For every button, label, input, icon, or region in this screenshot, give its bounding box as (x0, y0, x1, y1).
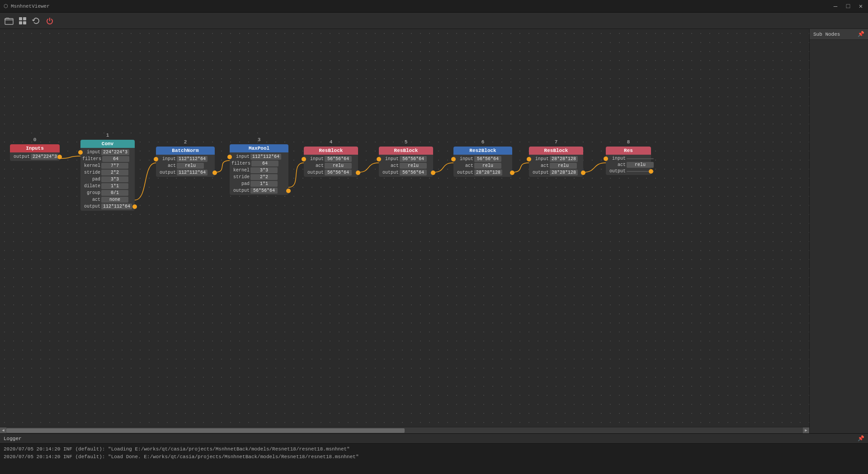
node-row-node-3-0: input112*112*64 (230, 153, 288, 160)
minimize-button[interactable]: — (832, 3, 839, 10)
scroll-right-button[interactable]: ▶ (803, 427, 809, 434)
power-icon[interactable] (44, 15, 55, 26)
node-label-node-1-kernel: kernel (82, 163, 100, 168)
node-row-node-1-7: actnone (80, 196, 135, 203)
node-label-node-0-output: output (12, 154, 30, 159)
node-row-node-1-0: input224*224*3 (80, 149, 135, 156)
node-node-4[interactable]: 4ResBlockinput56*56*64actreluoutput56*56… (304, 147, 358, 177)
sub-nodes-pin-icon[interactable]: 📌 (858, 31, 864, 38)
canvas-area: 0Inputsoutput224*224*31Convinput224*224*… (0, 29, 809, 433)
connector-in-node-3[interactable] (227, 155, 232, 159)
scroll-track[interactable] (6, 428, 803, 433)
maximize-button[interactable]: □ (844, 3, 852, 10)
connector-in-node-5[interactable] (377, 157, 381, 161)
node-node-1[interactable]: 1Convinput224*224*3filters64kernel7*7str… (80, 140, 135, 211)
grid-icon[interactable] (17, 15, 28, 26)
node-value-node-1-pad: 3*3 (101, 176, 128, 182)
node-row-node-8-0: input (606, 156, 651, 161)
connector-out-node-4[interactable] (356, 171, 360, 175)
node-label-node-6-output: output (455, 170, 473, 175)
toolbar (0, 13, 868, 29)
node-index-5: 5 (405, 139, 408, 145)
app-icon: ⬡ (4, 3, 8, 9)
node-value-node-6-input: 56*56*64 (474, 156, 501, 162)
node-node-2[interactable]: 2BatchNorminput112*112*64actreluoutput11… (156, 147, 215, 177)
connector-out-node-6[interactable] (510, 171, 514, 175)
canvas-viewport[interactable]: 0Inputsoutput224*224*31Convinput224*224*… (0, 29, 809, 427)
svg-rect-3 (19, 21, 22, 24)
sub-nodes-title: Sub Nodes (813, 32, 840, 37)
node-value-node-3-filters: 64 (251, 161, 278, 166)
node-body-node-2: input112*112*64actreluoutput112*112*64 (156, 155, 215, 177)
open-folder-icon[interactable] (4, 15, 14, 26)
connector-out-node-1[interactable] (132, 204, 137, 209)
connector-in-node-2[interactable] (154, 157, 158, 161)
node-value-node-5-output: 56*56*64 (400, 170, 427, 175)
svg-rect-1 (19, 17, 22, 20)
node-node-0[interactable]: 0Inputsoutput224*224*3 (10, 144, 60, 161)
node-label-node-1-output: output (82, 204, 100, 209)
connector-out-node-5[interactable] (431, 171, 435, 175)
node-header-node-5: ResBlock (379, 147, 433, 155)
node-row-node-4-1: actrelu (304, 162, 358, 169)
connector-in-node-1[interactable] (78, 150, 83, 155)
connector-in-node-6[interactable] (451, 157, 456, 161)
node-row-node-4-2: output56*56*64 (304, 169, 358, 176)
connector-out-node-0[interactable] (57, 155, 62, 159)
node-label-node-6-act: act (455, 163, 473, 168)
sub-nodes-panel: Sub Nodes 📌 (809, 29, 868, 433)
node-header-node-0: Inputs (10, 144, 60, 152)
reset-icon[interactable] (31, 15, 42, 26)
node-value-node-1-group: 0/1 (101, 190, 128, 196)
node-row-node-1-2: kernel7*7 (80, 162, 135, 169)
node-label-node-8-output: output (608, 169, 626, 174)
connector-out-node-8[interactable] (649, 169, 653, 174)
connector-in-node-8[interactable] (604, 156, 608, 161)
node-value-node-4-output: 56*56*64 (325, 170, 352, 175)
node-node-5[interactable]: 5ResBlockinput56*56*64actreluoutput56*56… (379, 147, 433, 177)
node-row-node-1-5: dilate1*1 (80, 183, 135, 190)
node-label-node-1-dilate: dilate (82, 184, 100, 189)
node-label-node-3-stride: stride (231, 175, 250, 180)
node-label-node-1-filters: filters (82, 156, 101, 161)
node-value-node-2-input: 112*112*64 (177, 156, 208, 162)
node-row-node-1-4: pad3*3 (80, 176, 135, 183)
logger-pin-icon[interactable]: 📌 (858, 435, 864, 442)
node-index-2: 2 (184, 139, 187, 145)
node-node-6[interactable]: 6Res2Blockinput56*56*64actreluoutput28*2… (453, 147, 512, 177)
connector-in-node-7[interactable] (527, 157, 531, 161)
node-body-node-4: input56*56*64actreluoutput56*56*64 (304, 155, 358, 177)
node-value-node-5-act: relu (400, 163, 427, 169)
scroll-thumb[interactable] (6, 428, 405, 433)
node-node-8[interactable]: 8Resinputactreluoutput (606, 147, 651, 175)
node-value-node-1-kernel: 7*7 (101, 163, 128, 169)
logger-area: Logger 📌 2020/07/05 20:14:20 INF (defaul… (0, 433, 868, 474)
node-node-7[interactable]: 7ResBlockinput28*28*128actreluoutput28*2… (529, 147, 583, 177)
connector-out-node-2[interactable] (212, 171, 217, 175)
connector-out-node-3[interactable] (286, 189, 291, 193)
node-value-node-6-act: relu (474, 163, 501, 169)
node-value-node-1-output: 112*112*64 (101, 204, 132, 209)
app-title: MsnhnetViewer (11, 4, 50, 9)
logger-title: Logger (4, 436, 22, 441)
node-value-node-4-act: relu (325, 163, 352, 169)
node-value-node-2-output: 112*112*64 (177, 170, 208, 175)
connector-out-node-7[interactable] (581, 171, 585, 175)
node-label-node-4-output: output (306, 170, 324, 175)
node-row-node-2-1: actrelu (156, 162, 215, 169)
title-bar-controls: — □ ✕ (832, 2, 864, 10)
node-label-node-5-input: input (381, 156, 399, 161)
connector-in-node-4[interactable] (302, 157, 306, 161)
node-label-node-5-output: output (381, 170, 399, 175)
close-button[interactable]: ✕ (857, 2, 864, 10)
node-node-3[interactable]: 3MaxPoolinput112*112*64filters64kernel3*… (230, 144, 288, 195)
connections-svg (0, 29, 809, 427)
node-header-node-8: Res (606, 147, 651, 155)
scroll-left-button[interactable]: ◀ (0, 427, 6, 434)
node-row-node-7-2: output28*28*128 (529, 169, 583, 176)
node-value-node-3-kernel: 3*3 (250, 167, 278, 173)
node-value-node-3-pad: 1*1 (250, 181, 278, 187)
node-value-node-8-input (627, 158, 654, 159)
node-row-node-3-2: kernel3*3 (230, 167, 288, 174)
node-row-node-7-1: actrelu (529, 162, 583, 169)
